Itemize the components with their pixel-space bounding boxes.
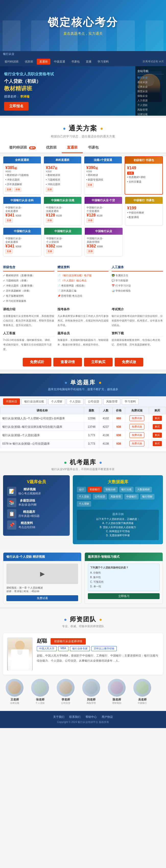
sidebar-item-2[interactable]: 证券从业 [137,85,164,89]
subject-tag-2[interactable]: 初级银行 [88,487,102,492]
nav-tab-6[interactable]: 学习资料 [95,59,111,65]
sidebar-item-4[interactable]: 保险从业 [137,94,164,98]
plan-tab-signed[interactable]: 签约特训班 签约 [4,143,41,153]
mini-teacher-4[interactable]: 刘老师 风险管理 [80,679,103,705]
buy-row-btn-3[interactable]: 购买 [153,433,162,438]
q-opt-d[interactable]: D. 单一性 [90,584,157,589]
sidebar-item-1[interactable]: 基金从业 [137,80,164,85]
sidebar-title: 全站导航 [137,68,164,74]
buy-row-btn-1[interactable]: 购买 [153,416,162,421]
row1-qty: 12396 [84,414,99,423]
vip-ft-4: 精选资料 [19,521,35,525]
buy-btn-4[interactable]: 免费试做 [115,358,143,367]
ai-title: 人工服务 [111,264,163,272]
footer-link-4[interactable]: 用户协议 [102,715,113,718]
register-button[interactable]: 立即报名 [4,102,29,111]
video-thumb-1[interactable]: ▶ [6,564,78,584]
filter-btn-4[interactable]: 公司信贷 [85,398,102,405]
filter-btn-5[interactable]: 风险管理 [103,398,120,405]
subject-tag-6[interactable]: 个人贷款 [77,494,91,499]
demo-play-btn-1[interactable]: 免费试看 [6,595,78,601]
plan-tab-zhitong[interactable]: 直通班 [62,143,83,153]
pass-plan-title-text: 通关方案 [69,124,97,132]
subject-tag-10[interactable]: 银行理财 [140,494,155,499]
row4-name: 0378 Ie 银行从业(初级--公司信贷)题库 [0,439,84,448]
free-btn-3[interactable]: 免费试做 [130,432,144,438]
mini-teacher-3[interactable]: 李老师 公司信贷 [54,679,77,705]
filter-btn-3[interactable]: 个人贷款 [67,398,84,405]
hero-text-block: 锁定核心考分 直击真题考点，实力通关 [48,15,118,36]
free-btn-1[interactable]: 免费试做 [130,415,144,421]
demo-practice-btn[interactable]: 立即练习 [88,593,160,599]
ai-col2: 题库会员 海量题库，支持随时随地刷题练习，智能错题本，数据分析薄弱点，精准提升得… [58,330,109,352]
subject-tag-3[interactable]: 智能分析 [103,487,118,492]
ai-col2-content: 海量题库，支持随时随地刷题练习，智能错题本，数据分析薄弱点，精准提升得分。 [58,338,109,347]
sidebar-item-8[interactable]: 法律法规 [137,112,164,117]
footer: 关于我们 联系我们 帮助中心 用户协议 Copyright © 2024 银行从… [0,711,166,728]
footer-link-2[interactable]: 联系我们 [69,715,80,718]
includes-title: 班级包含 [3,264,55,272]
row3-price: ¥38 [112,431,125,439]
filter-btn-1[interactable]: 银行业法律法规 [22,398,47,405]
bd-demo-title: 题库示例 [79,512,156,516]
mini-teacher-1[interactable]: 王老师 法律法规 [3,679,26,705]
nav-tab-5[interactable]: 直播 [83,59,94,65]
filter-btn-2[interactable]: 个人理财 [48,398,65,405]
teacher-detail-btn[interactable]: 初级银行从业老师详情 [51,638,86,645]
sidebar-item-6[interactable]: 个人贷款 [137,103,164,107]
t-tag-2: MBA [58,646,68,651]
sidebar-item-7[interactable]: 风险管理 [137,107,164,112]
filter-btn-0[interactable]: 不限科目 [3,398,20,405]
plan-tab-shukebao[interactable]: 书课包 [83,143,104,153]
demo-body-2: 下列属于个人贷款风险特征的是？ A. 分散性 B. 集中性 C. 可预见性 D.… [85,561,163,602]
vip-icon-3: 📋 [7,509,16,518]
footer-link-1[interactable]: 关于我们 [53,715,64,718]
free-btn-2[interactable]: 免费试做 [130,424,144,430]
sidebar-item-0[interactable]: 银行从业 [137,75,164,80]
vip-feature-2: 📚 多题型训练 单选/多选/判断 [7,498,66,507]
subject-tag-4[interactable]: 银行法规 [119,487,134,492]
subject-tag-5[interactable]: 大数据精析 [135,487,152,492]
q-opt-b[interactable]: B. 集中性 [90,575,157,580]
footer-links: 关于我们 联系我们 帮助中心 用户协议 [3,715,163,719]
plan-tab-yousheng[interactable]: 优胜班 [41,143,62,153]
buy-btn-2[interactable]: 查看详情 [54,358,82,367]
q-opt-a[interactable]: A. 分散性 [90,570,157,575]
buy-row-btn-2[interactable]: 购买 [153,424,162,429]
qbank-title-text: 机考题库 [70,459,96,466]
course-card-2: 单科直通班 ¥347起 ¥358 • 教材精讲班 • 习题精练班 • 冲刺点题班… [44,156,82,194]
vip-feature-1: 📝 精讲视频 核心考点视频精讲 [7,487,66,496]
subject-tag-8[interactable]: 风险管理 [108,494,123,499]
free-btn-4[interactable]: 免费试做 [130,441,144,446]
subject-tag-9[interactable]: 中级银行 [124,494,139,499]
nav-tab-3[interactable]: 中级直通 [51,59,68,65]
mini-teacher-6[interactable]: 吴老师 中级银行 [131,679,154,705]
price-c: ¥128 ¥138 [87,213,120,218]
course-card-d: 中国银行从业 中国银行从业-全科直通班 ¥341 ¥358 直播 [3,227,41,256]
bd-demo-content: 以下关于个人贷款的说法，正确的是： A. 个人贷款仅限于购房用途 B. 贷款人应… [79,517,156,537]
courses-row-2: 中国银行从业·全科 中国银行从业-全科直通班 ¥341 ¥358 直播 中国银行… [3,197,163,225]
filter-btn-6[interactable]: 学习资料 [122,398,139,405]
mini-teacher-2[interactable]: 张老师 个人贷款 [29,679,52,705]
sidebar-item-3[interactable]: 期货从业 [137,89,164,94]
buy-btn-1[interactable]: 免费试听 [23,358,51,367]
courses-row-1: 全科直通班 ¥385起 ¥680 • 教材精讲+习题精练 • 冲刺点题班 • 历… [3,156,163,194]
buy-btn-3[interactable]: 立即购买 [84,358,112,367]
vip-feature-text-2: 多题型训练 单选/多选/判断 [19,498,37,507]
subject-tag-1[interactable]: 会计 [77,487,86,492]
footer-link-3[interactable]: 帮助中心 [86,715,97,718]
sidebar-item-5[interactable]: 人力资源 [137,98,164,103]
vip-icon-4: 📌 [7,521,16,530]
nav-tab-4[interactable]: 书课包 [69,59,82,65]
ai-col1: 人工客服 7×16小时在线客服，随时解答报名、课程、考试相关疑问，专属班主任全程… [3,330,55,352]
subject-tag-11[interactable]: 个人理财 [77,501,91,507]
subject-tag-7[interactable]: 公司信贷 [93,494,107,499]
nav-tab-1[interactable]: 优胜班 [22,59,36,65]
buy-row-btn-4[interactable]: 购买 [153,441,162,446]
table-row-3: 银行从业(初级--个人贷款)题库 3,773 4138 ¥38 免费试做 购买 [0,431,166,439]
nav-tab-2[interactable]: 直通班 [37,59,50,65]
mini-teacher-5[interactable]: 陈老师 理财规划 [105,679,128,705]
nav-tab-0[interactable]: 签约特训班 [2,59,21,65]
q-opt-c[interactable]: C. 可预见性 [90,580,157,584]
card-header-2: 单科直通班 [44,157,81,163]
